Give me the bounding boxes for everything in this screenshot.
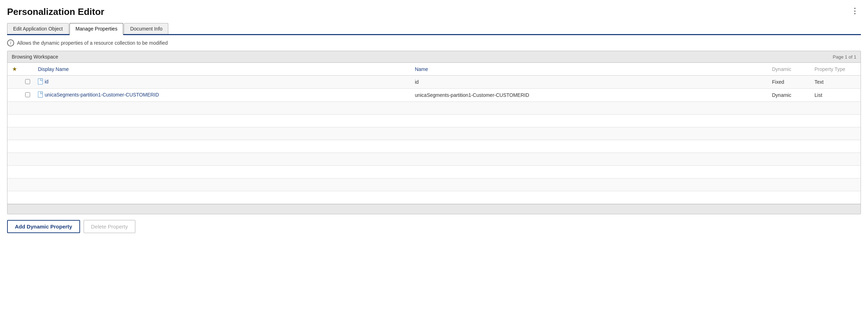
header: Personalization Editor ⋮ [7, 6, 861, 17]
empty-table-row [7, 127, 861, 140]
delete-property-button[interactable]: Delete Property [84, 220, 135, 233]
empty-table-row [7, 115, 861, 127]
table-header-row: Browsing Workspace Page 1 of 1 [7, 51, 861, 63]
tab-document-info[interactable]: Document Info [124, 23, 168, 34]
tab-edit-application-object[interactable]: Edit Application Object [7, 23, 69, 34]
row-property-type-cell: Text [811, 76, 861, 89]
document-icon [38, 92, 43, 98]
workspace-label: Browsing Workspace [12, 54, 58, 60]
row-checkbox-cell [22, 89, 34, 102]
empty-table-row [7, 102, 861, 115]
star-icon: ★ [12, 66, 17, 72]
col-display-name-header[interactable]: Display Name [34, 63, 411, 76]
page-info: Page 1 of 1 [833, 54, 857, 60]
info-icon: i [7, 39, 14, 46]
tabs-row: Edit Application Object Manage Propertie… [7, 23, 861, 35]
table-footer [7, 204, 861, 214]
table-column-headers: ★ Display Name Name Dynamic Property Typ… [7, 63, 861, 76]
row-star-cell [7, 89, 22, 102]
info-message: Allows the dynamic properties of a resou… [17, 40, 168, 46]
row-star-cell [7, 76, 22, 89]
row-display-name-cell: id [34, 76, 411, 89]
col-name-header[interactable]: Name [411, 63, 768, 76]
info-row: i Allows the dynamic properties of a res… [7, 39, 861, 46]
row-checkbox-cell [22, 76, 34, 89]
page-title: Personalization Editor [7, 6, 105, 17]
empty-table-row [7, 178, 861, 191]
empty-table-row [7, 140, 861, 153]
row-dynamic-cell: Fixed [768, 76, 811, 89]
action-buttons: Add Dynamic Property Delete Property [7, 220, 861, 233]
table-row: unicaSegments-partition1-Customer-CUSTOM… [7, 89, 861, 102]
document-icon [38, 78, 43, 84]
table-row: id id Fixed Text [7, 76, 861, 89]
empty-table-row [7, 153, 861, 166]
row-display-name-cell: unicaSegments-partition1-Customer-CUSTOM… [34, 89, 411, 102]
table-container: Browsing Workspace Page 1 of 1 ★ Display… [7, 51, 861, 214]
col-dynamic-header: Dynamic [768, 63, 811, 76]
col-property-type-header: Property Type [811, 63, 861, 76]
row-display-name-link[interactable]: id [38, 78, 49, 84]
more-menu-icon[interactable]: ⋮ [849, 6, 861, 16]
row-checkbox[interactable] [25, 79, 30, 84]
empty-table-row [7, 166, 861, 178]
row-display-name-link[interactable]: unicaSegments-partition1-Customer-CUSTOM… [38, 92, 159, 98]
col-star-header: ★ [7, 63, 22, 76]
row-name-cell: unicaSegments-partition1-Customer-CUSTOM… [411, 89, 768, 102]
col-checkbox-header [22, 63, 34, 76]
row-dynamic-cell: Dynamic [768, 89, 811, 102]
row-name-cell: id [411, 76, 768, 89]
empty-table-row [7, 191, 861, 204]
data-table: ★ Display Name Name Dynamic Property Typ… [7, 63, 861, 204]
row-checkbox[interactable] [25, 92, 30, 97]
add-dynamic-property-button[interactable]: Add Dynamic Property [7, 220, 80, 233]
row-property-type-cell: List [811, 89, 861, 102]
tab-manage-properties[interactable]: Manage Properties [69, 23, 123, 35]
